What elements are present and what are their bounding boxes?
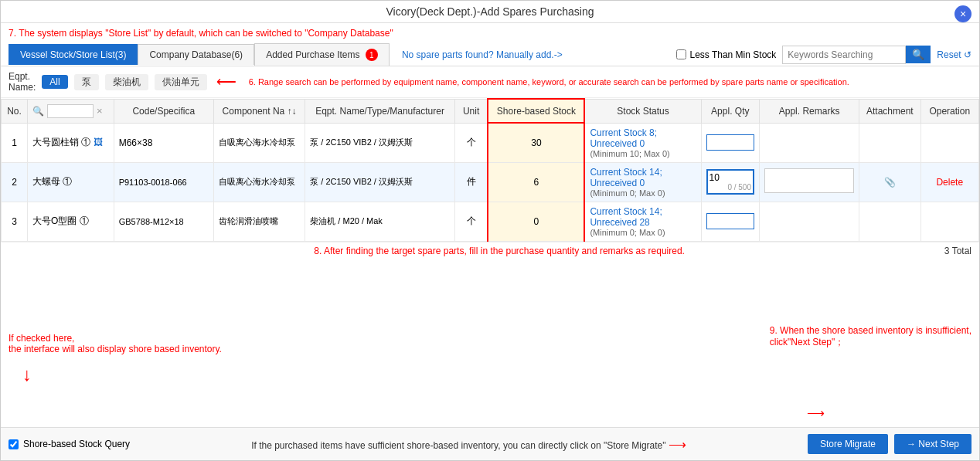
filter-chip-pump[interactable]: 泵	[74, 74, 99, 90]
cell-eqpt-1: 泵 / 2C150 VIB2 / 汉姆沃斯	[305, 123, 455, 162]
cell-unit-1: 个	[454, 123, 488, 162]
cell-eqpt-2: 泵 / 2C150 VIB2 / 汉姆沃斯	[305, 162, 455, 202]
filter-label: Eqpt.Name:	[9, 71, 36, 93]
arrow-left-icon: ⟵	[216, 73, 236, 90]
hint7-text: 7. The system displays "Store List" by d…	[1, 23, 979, 43]
arrow-down-icon-checkbox: ↓	[22, 364, 32, 385]
toolbar-right: Less Than Min Stock 🔍 Reset ↺	[676, 46, 971, 64]
close-button[interactable]: ×	[954, 5, 971, 22]
cell-component-2: 自吸离心海水冷却泵	[213, 162, 305, 202]
col-search: 🔍 ×	[28, 99, 114, 123]
store-migrate-button[interactable]: Store Migrate	[808, 434, 888, 454]
remarks-input-2[interactable]	[764, 168, 854, 193]
cell-status-3: Current Stock 14; Unreceived 28 (Minimum…	[584, 202, 701, 241]
total-and-hint: 8. After finding the target spare parts,…	[1, 242, 979, 259]
bottom-bar: Shore-based Stock Query If the purchased…	[1, 427, 979, 460]
qty-input-2[interactable]	[709, 172, 751, 183]
col-appl-qty: Appl. Qty	[701, 99, 759, 123]
table-header-row: No. 🔍 × Code/Specifica Component Na ↑↓ E…	[2, 99, 979, 123]
cell-shore-3: 0	[488, 202, 584, 241]
cell-name-2: 大螺母 ①	[28, 162, 114, 202]
cell-code-2: P91103-0018-066	[114, 162, 213, 202]
arrow-right-icon-nextstep: ⟶	[807, 405, 825, 420]
cell-status-1: Current Stock 8; Unreceived 0 (Minimum 1…	[584, 123, 701, 162]
cell-component-3: 齿轮润滑油喷嘴	[213, 202, 305, 241]
cell-name-3: 大号O型圈 ①	[28, 202, 114, 241]
filter-chip-diesel[interactable]: 柴油机	[105, 74, 148, 90]
less-than-min-option: Less Than Min Stock	[676, 49, 776, 60]
bottom-hint-text: If the purchased items have sufficient s…	[251, 437, 686, 452]
clear-icon[interactable]: ×	[97, 105, 103, 117]
col-component: Component Na ↑↓	[213, 99, 305, 123]
qty-input-1[interactable]	[706, 134, 754, 151]
col-unit: Unit	[454, 99, 488, 123]
less-than-min-label: Less Than Min Stock	[689, 49, 776, 60]
cell-unit-3: 个	[454, 202, 488, 241]
cell-qty-1	[701, 123, 759, 162]
qty-input-3[interactable]	[706, 213, 754, 229]
search-button[interactable]: 🔍	[906, 46, 931, 63]
cell-qty-3	[701, 202, 759, 241]
col-appl-remarks: Appl. Remarks	[759, 99, 859, 123]
modal-container: Vicory(Deck Dept.)-Add Spares Purchasing…	[0, 0, 980, 461]
col-attachment: Attachment	[859, 99, 920, 123]
cell-attachment-1	[859, 123, 920, 162]
col-eqpt: Eqpt. Name/Type/Manufacturer	[305, 99, 455, 123]
manual-add-link[interactable]: No spare parts found? Manually add.->	[402, 49, 563, 60]
cell-no-1: 1	[2, 123, 28, 162]
col-operation: Operation	[920, 99, 978, 123]
cell-name-1: 大号圆柱销 ① 🖼	[28, 123, 114, 162]
checkbox-hint: If checked here, the interface will also…	[9, 333, 222, 354]
delete-button-2[interactable]: Delete	[936, 177, 963, 188]
filter-chip-all[interactable]: All	[42, 75, 67, 89]
col-stock-status: Stock Status	[584, 99, 701, 123]
col-shore-stock: Shore-based Stock	[488, 99, 584, 123]
search-input[interactable]	[782, 46, 906, 64]
filter-row: Eqpt.Name: All 泵 柴油机 供油单元 ⟵ 6. Range sea…	[1, 66, 979, 98]
cell-remarks-3	[759, 202, 859, 241]
cell-eqpt-3: 柴油机 / M20 / Mak	[305, 202, 455, 241]
cell-remarks-1	[759, 123, 859, 162]
less-than-min-checkbox[interactable]	[676, 49, 686, 59]
items-table: No. 🔍 × Code/Specifica Component Na ↑↓ E…	[1, 98, 979, 242]
search-wrap: 🔍	[782, 46, 931, 64]
char-count-2: 0 / 500	[709, 183, 751, 192]
hint8-text: 8. After finding the target spare parts,…	[314, 246, 910, 256]
bottom-buttons: Store Migrate → Next Step	[808, 434, 971, 454]
table-row: 2 大螺母 ① P91103-0018-066 自吸离心海水冷却泵 泵 / 2C…	[2, 162, 979, 202]
total-count: 3 Total	[910, 246, 971, 256]
reset-button[interactable]: Reset ↺	[937, 49, 971, 60]
cell-code-1: M66×38	[114, 123, 213, 162]
cell-attachment-2[interactable]: 📎	[859, 162, 920, 202]
cell-operation-3	[920, 202, 978, 241]
annotation6-text: 6. Range search can be performed by equi…	[249, 77, 849, 86]
shore-stock-label: Shore-based Stock Query	[23, 439, 130, 449]
tab-vessel-stock[interactable]: Vessel Stock/Store List(3)	[9, 44, 138, 65]
next-step-button[interactable]: → Next Step	[894, 434, 971, 454]
attachment-icon-2[interactable]: 📎	[884, 177, 896, 188]
name-search-input[interactable]	[47, 104, 94, 118]
table-row: 3 大号O型圈 ① GB5788-M12×18 齿轮润滑油喷嘴 柴油机 / M2…	[2, 202, 979, 241]
shore-stock-query: Shore-based Stock Query	[9, 439, 130, 449]
cell-qty-2: 0 / 500	[701, 162, 759, 202]
cell-component-1: 自吸离心海水冷却泵	[213, 123, 305, 162]
cell-remarks-2	[759, 162, 859, 202]
cell-code-3: GB5788-M12×18	[114, 202, 213, 241]
tab-company-db[interactable]: Company Database(6)	[138, 44, 254, 65]
modal-title: Vicory(Deck Dept.)-Add Spares Purchasing	[386, 5, 594, 18]
cell-shore-1: 30	[488, 123, 584, 162]
image-icon-1[interactable]: 🖼	[94, 137, 103, 147]
cell-no-3: 3	[2, 202, 28, 241]
shore-stock-checkbox[interactable]	[9, 439, 19, 449]
tab-added-purchase[interactable]: Added Purchase Items 1	[254, 43, 390, 66]
filter-chip-supply[interactable]: 供油单元	[155, 74, 207, 90]
cell-no-2: 2	[2, 162, 28, 202]
cell-unit-2: 件	[454, 162, 488, 202]
cell-shore-2: 6	[488, 162, 584, 202]
cell-status-2: Current Stock 14; Unreceived 0 (Minimum …	[584, 162, 701, 202]
hint9-overlay: 9. When the shore based inventory is ins…	[770, 325, 971, 349]
table-wrap: No. 🔍 × Code/Specifica Component Na ↑↓ E…	[1, 98, 979, 242]
col-code: Code/Specifica	[114, 99, 213, 123]
modal-title-bar: Vicory(Deck Dept.)-Add Spares Purchasing…	[1, 1, 979, 23]
cell-operation-1	[920, 123, 978, 162]
